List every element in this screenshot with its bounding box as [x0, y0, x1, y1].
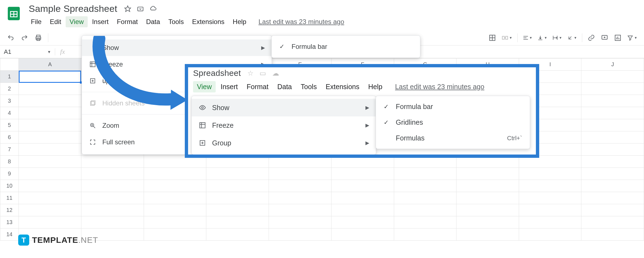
cell-J8[interactable]	[581, 156, 644, 168]
cell-E13[interactable]	[269, 216, 332, 228]
cell-B8[interactable]	[81, 156, 144, 168]
row-header-12[interactable]: 12	[0, 204, 19, 216]
cell-H11[interactable]	[456, 192, 519, 204]
move-icon[interactable]	[137, 5, 144, 13]
cell-A8[interactable]	[19, 156, 81, 168]
callout-view-show-item[interactable]: Show ▶	[192, 99, 376, 116]
cell-H13[interactable]	[456, 216, 519, 228]
callout-show-formulas-item[interactable]: Formulas Ctrl+`	[376, 130, 530, 146]
row-header-1[interactable]: 1	[0, 71, 19, 83]
cell-I10[interactable]	[519, 180, 581, 192]
row-header-10[interactable]: 10	[0, 180, 19, 192]
show-formula-bar-item[interactable]: ✓ Formula bar	[272, 39, 420, 54]
insert-chart-button[interactable]	[614, 34, 622, 42]
cell-B10[interactable]	[81, 180, 144, 192]
insert-link-button[interactable]	[587, 34, 595, 42]
row-header-13[interactable]: 13	[0, 216, 19, 228]
menu-extensions[interactable]: Extensions	[188, 16, 228, 27]
callout-view-freeze-item[interactable]: Freeze ▶	[192, 116, 376, 134]
cell-J11[interactable]	[581, 192, 644, 204]
cell-F10[interactable]	[331, 180, 394, 192]
cell-A5[interactable]	[19, 119, 81, 131]
callout-menu-tools[interactable]: Tools	[297, 81, 320, 92]
cell-B12[interactable]	[81, 204, 144, 216]
cell-G14[interactable]	[394, 228, 456, 241]
cell-F14[interactable]	[331, 228, 394, 241]
print-button[interactable]	[34, 34, 42, 42]
cell-H12[interactable]	[456, 204, 519, 216]
cell-J5[interactable]	[581, 119, 644, 131]
menu-edit[interactable]: Edit	[46, 16, 65, 27]
callout-menu-view[interactable]: View	[193, 81, 216, 92]
cell-A9[interactable]	[19, 168, 81, 180]
cell-A1[interactable]	[19, 71, 81, 83]
show-submenu[interactable]: ✓ Formula bar	[271, 35, 420, 58]
cell-I9[interactable]	[519, 168, 581, 180]
cell-G13[interactable]	[394, 216, 456, 228]
filter-button[interactable]: ▼	[627, 34, 637, 41]
menu-file[interactable]: File	[27, 16, 46, 27]
cell-A10[interactable]	[19, 180, 81, 192]
cell-J4[interactable]	[581, 107, 644, 119]
cell-F9[interactable]	[331, 168, 394, 180]
cell-C10[interactable]	[144, 180, 206, 192]
cell-I13[interactable]	[519, 216, 581, 228]
cell-I11[interactable]	[519, 192, 581, 204]
cell-C14[interactable]	[144, 228, 206, 241]
cell-D11[interactable]	[206, 192, 269, 204]
callout-menu-help[interactable]: Help	[364, 81, 386, 92]
row-header-5[interactable]: 5	[0, 119, 19, 131]
row-header-2[interactable]: 2	[0, 83, 19, 95]
col-header-A[interactable]: A	[19, 58, 81, 71]
callout-view-dropdown[interactable]: Show ▶ Freeze ▶ Group ▶	[191, 96, 376, 155]
cell-B13[interactable]	[81, 216, 144, 228]
callout-show-submenu[interactable]: ✓ Formula bar ✓ Gridlines Formulas Ctrl+…	[376, 96, 530, 149]
cell-A6[interactable]	[19, 131, 81, 143]
star-icon[interactable]	[124, 5, 132, 13]
cell-J14[interactable]	[581, 228, 644, 241]
callout-menu-data[interactable]: Data	[273, 81, 296, 92]
sheets-logo[interactable]	[6, 3, 22, 24]
cell-E11[interactable]	[269, 192, 332, 204]
cell-C9[interactable]	[144, 168, 206, 180]
menu-tools[interactable]: Tools	[164, 16, 188, 27]
cell-E10[interactable]	[269, 180, 332, 192]
cell-F11[interactable]	[331, 192, 394, 204]
cell-C11[interactable]	[144, 192, 206, 204]
cell-A4[interactable]	[19, 107, 81, 119]
halign-button[interactable]: ▼	[523, 35, 533, 41]
cell-G12[interactable]	[394, 204, 456, 216]
cell-B9[interactable]	[81, 168, 144, 180]
cell-D9[interactable]	[206, 168, 269, 180]
row-header-3[interactable]: 3	[0, 95, 19, 107]
borders-button[interactable]	[488, 34, 496, 42]
redo-button[interactable]	[20, 34, 29, 42]
row-header-9[interactable]: 9	[0, 168, 19, 180]
cell-D12[interactable]	[206, 204, 269, 216]
cell-C13[interactable]	[144, 216, 206, 228]
last-edit-link[interactable]: Last edit was 23 minutes ago	[258, 18, 344, 26]
col-header-J[interactable]: J	[581, 58, 644, 71]
name-box[interactable]: A1 ▼	[0, 48, 55, 55]
document-title[interactable]: Sample Spreadsheet	[27, 3, 119, 15]
cell-E12[interactable]	[269, 204, 332, 216]
cell-H10[interactable]	[456, 180, 519, 192]
cell-I12[interactable]	[519, 204, 581, 216]
cell-A11[interactable]	[19, 192, 81, 204]
cell-A7[interactable]	[19, 143, 81, 156]
cloud-status-icon[interactable]	[149, 5, 157, 13]
cell-J6[interactable]	[581, 131, 644, 143]
row-header-8[interactable]: 8	[0, 156, 19, 168]
cell-I14[interactable]	[519, 228, 581, 241]
callout-view-group-item[interactable]: Group ▶	[192, 134, 376, 152]
cell-J13[interactable]	[581, 216, 644, 228]
cell-J7[interactable]	[581, 143, 644, 156]
callout-last-edit-link[interactable]: Last edit was 23 minutes ago	[395, 83, 484, 91]
menu-data[interactable]: Data	[142, 16, 164, 27]
cell-E9[interactable]	[269, 168, 332, 180]
menu-insert[interactable]: Insert	[88, 16, 113, 27]
text-wrap-button[interactable]: ▼	[552, 35, 562, 41]
cell-J3[interactable]	[581, 95, 644, 107]
cell-A3[interactable]	[19, 95, 81, 107]
cell-C12[interactable]	[144, 204, 206, 216]
